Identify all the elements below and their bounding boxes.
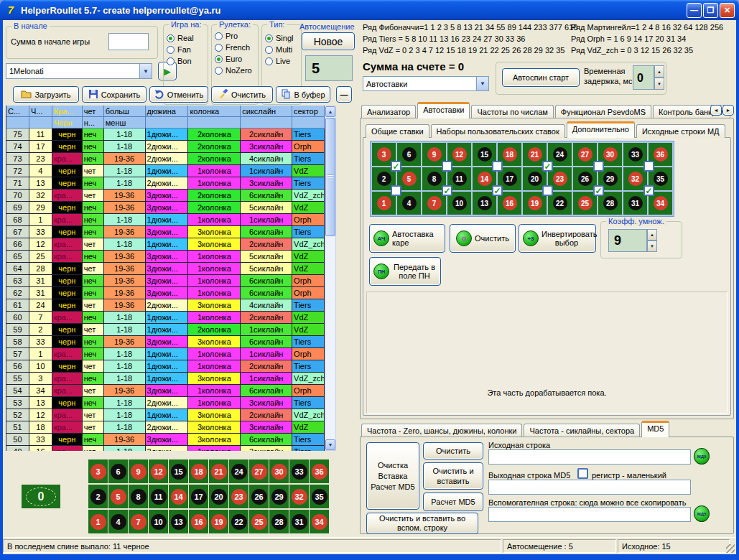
board-number-cell[interactable]: 18 [189,459,208,483]
sub-tab-1[interactable]: Общие ставки [366,124,429,138]
board-number-cell[interactable]: 4 [108,510,128,533]
table-row[interactable]: 6525кра...неч19-363дюжи...1колонка5сикла… [6,251,325,263]
resize-grip[interactable] [726,544,735,553]
board-number-cell[interactable]: 8 [129,485,148,508]
md5-source-input[interactable] [488,449,691,465]
radio-option-euro[interactable]: Euro [215,55,255,63]
spin-down-icon[interactable]: ▼ [654,78,664,90]
table-row[interactable]: 5118кра...чет1-182дюжи...3колонка3сиклай… [6,421,325,434]
toolbar-button-5[interactable]: В буфер [276,86,330,103]
board-number-cell[interactable]: 32 [289,485,309,508]
board-number-cell[interactable]: 31 [289,510,309,533]
table-row[interactable]: 5833черннеч19-363дюжи...3колонка6сиклайн… [6,336,325,348]
table-row[interactable]: 6124чернчет19-362дюжи...3колонка4сиклайн… [6,299,325,312]
table-row[interactable]: 5313черннеч1-182дюжи...1колонка3сиклайнT… [6,397,325,409]
table-row[interactable]: 6733черннеч19-363дюжи...3колонка6сиклайн… [6,226,325,238]
board-number-cell[interactable]: 34 [310,510,329,533]
board-number-cell[interactable]: 2 [88,485,108,508]
md5-big-button[interactable]: Очистка Вставка Расчет MD5 [366,442,419,510]
board-number-cell[interactable]: 36 [310,459,329,483]
board-number-cell[interactable]: 30 [269,459,289,483]
table-row[interactable]: 5212кра...чет1-181дюжи...3колонка2сиклай… [6,409,325,421]
radio-option-live[interactable]: Live [265,57,298,65]
autospin-start-button[interactable]: Автоспин старт [502,68,580,87]
main-tab-2[interactable]: Автоставки [417,102,470,118]
md5-calc-button[interactable]: Расчет MD5 [423,493,483,511]
table-row[interactable]: 5610чернчет1-181дюжи...1колонка2сиклайнT… [6,360,325,373]
table-row[interactable]: 7032кра...чет19-363дюжи...2колонка6сикла… [6,190,325,202]
chevron-down-icon[interactable]: ▼ [476,77,488,90]
title-bar[interactable]: 7 HelperRoullet 5.7- create helperroulle… [0,0,739,20]
board-number-cell[interactable]: 19 [209,510,228,533]
sub-tab-3[interactable]: Дополнительно [567,121,635,138]
autobet-kare-button[interactable]: АЧ Автоставка каре [369,224,445,253]
board-number-cell[interactable]: 10 [149,510,168,533]
toolbar-button-2[interactable]: Сохранить [82,86,147,103]
board-number-cell[interactable]: 17 [189,485,208,508]
corner-bet-checkbox[interactable]: ✓ [643,185,654,196]
minimize-button[interactable]: — [687,3,702,18]
close-button[interactable]: ✕ [720,3,735,18]
board-number-cell[interactable]: 27 [249,459,269,483]
table-row[interactable]: 681кра...неч1-181дюжи...1колонка1сиклайн… [6,214,325,226]
table-row[interactable]: 6612кра...чет1-181дюжи...3колонка2сиклай… [6,238,325,251]
board-number-cell[interactable]: 24 [229,459,248,483]
table-row[interactable]: 7113черннеч1-182дюжи...1колонка3сиклайнT… [6,177,325,190]
radio-option-singl[interactable]: Singl [265,34,298,42]
clear-selection-button[interactable]: О Очистить [450,224,516,253]
md5-clear-paste-button[interactable]: Очистить и вставить [423,462,483,490]
profile-combo[interactable]: 1Melonati ▼ [6,63,152,79]
main-tab-1[interactable]: Анализатор [361,105,416,118]
history-scrollbar[interactable]: ▲ ▼ [325,106,336,451]
table-row[interactable]: 553кра...неч1-181дюжи...3колонка1сиклайн… [6,373,325,385]
corner-bet-checkbox[interactable]: ✓ [593,185,604,196]
toolbar-button-6[interactable]: — [336,86,352,103]
md5-clear-paste-aux-button[interactable]: Очистить и вставить во вспом. строку [366,513,478,534]
board-number-cell[interactable]: 29 [269,485,289,508]
board-number-cell[interactable]: 11 [149,485,168,508]
md5-run-icon-button[interactable]: МД5 [694,448,710,465]
radio-option-french[interactable]: French [215,43,255,52]
board-number-cell[interactable]: 35 [310,485,329,508]
radio-option-bon[interactable]: Bon [167,57,205,65]
spin-down-icon[interactable]: ▼ [647,241,657,252]
scroll-down-icon[interactable]: ▼ [325,439,335,450]
board-number-cell[interactable]: 9 [129,459,148,483]
scrollbar-thumb[interactable] [325,118,335,236]
radio-option-multi[interactable]: Multi [265,45,298,54]
table-row[interactable]: 592чернчет1-181дюжи...2колонка1сиклайнVd… [6,324,325,336]
table-row[interactable]: 7323кра...неч19-362дюжи...2колонка4сикла… [6,153,325,165]
corner-bet-checkbox[interactable] [643,161,654,172]
table-row[interactable]: 6331черннеч19-363дюжи...1колонка6сиклайн… [6,275,325,287]
spin-up-icon[interactable]: ▲ [654,65,664,78]
corner-bet-checkbox[interactable] [442,161,452,172]
board-number-cell[interactable]: 23 [229,485,248,508]
bottom-tab-1[interactable]: Частота - Zero, шансы, дюжины, колонки [361,424,522,437]
radio-option-nozero[interactable]: NoZero [215,66,255,75]
maximize-button[interactable]: ❐ [703,3,718,18]
register-checkbox[interactable] [577,468,588,479]
md5-output-input[interactable] [488,480,691,495]
corner-bet-checkbox[interactable]: ✓ [492,185,503,196]
corner-bet-checkbox[interactable]: ✓ [442,185,452,196]
table-row[interactable]: 5434кра...чет19-363дюжи...1колонка6сикла… [6,385,325,397]
board-number-cell[interactable]: 13 [169,510,188,533]
autobets-combo[interactable]: Автоставки ▼ [363,76,489,91]
corner-bet-checkbox[interactable] [492,161,503,172]
bottom-tab-2[interactable]: Частота - сиклайны, сектора [524,424,640,437]
radio-option-fan[interactable]: Fan [167,45,205,54]
start-sum-input[interactable] [108,33,149,50]
board-number-cell[interactable]: 15 [169,459,188,483]
board-number-cell[interactable]: 6 [108,459,128,483]
table-row[interactable]: 7417черннеч1-182дюжи...2колонка3сиклайнO… [6,141,325,153]
board-number-cell[interactable]: 14 [169,485,188,508]
radio-option-pro[interactable]: Pro [215,32,255,40]
board-number-cell[interactable]: 25 [249,510,269,533]
toolbar-button-3[interactable]: Отменить [149,86,208,103]
toolbar-button-1[interactable]: Загрузить [13,86,79,103]
new-autoshift-button[interactable]: Новое [302,32,355,50]
corner-bet-checkbox[interactable] [391,185,401,196]
sub-tab-4[interactable]: Исходные строки МД [636,124,725,138]
corner-bet-checkbox[interactable]: ✓ [391,161,401,172]
spin-up-icon[interactable]: ▲ [647,229,657,241]
